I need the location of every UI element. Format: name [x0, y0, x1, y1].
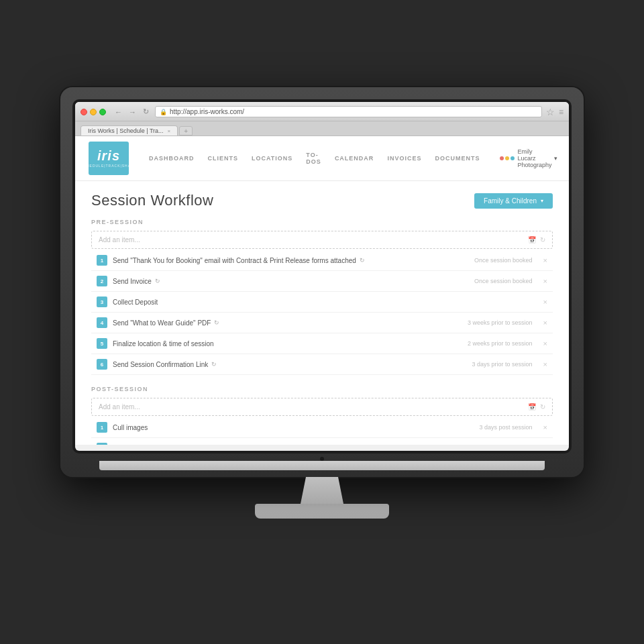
- calendar-icon[interactable]: 📅: [528, 403, 536, 411]
- stand-neck: [295, 477, 349, 504]
- item-timing: Once session booked: [474, 257, 533, 264]
- item-text: Finalize location & time of session: [113, 340, 462, 347]
- monitor-bezel: ← → ↻ 🔒 http://app.iris-works.com/ ☆ ≡ I…: [60, 87, 584, 477]
- repeat-icon[interactable]: ↻: [155, 278, 160, 284]
- post-session-add-bar[interactable]: Add an item... 📅 ↻: [91, 398, 553, 416]
- nav-clients[interactable]: CLIENTS: [208, 155, 239, 162]
- pre-session-section: PRE-SESSION Add an item... 📅 ↻ 1: [91, 219, 553, 375]
- item-number: 4: [97, 317, 107, 328]
- item-timing: 3 weeks prior to session: [468, 319, 533, 326]
- delete-button[interactable]: ×: [543, 277, 547, 285]
- delete-button[interactable]: ×: [543, 339, 547, 347]
- pre-item-2: 2 Send Invoice ↻ Once session booked ×: [91, 271, 553, 292]
- pre-session-add-bar[interactable]: Add an item... 📅 ↻: [91, 231, 553, 249]
- item-timing: Once session booked: [474, 278, 533, 284]
- nav-todos[interactable]: TO-DOS: [306, 152, 321, 165]
- delete-button[interactable]: ×: [543, 423, 547, 431]
- user-name: Emily Lucarz Photography: [517, 148, 551, 168]
- post-session-add-icons: 📅 ↻: [528, 403, 545, 411]
- item-number: 6: [97, 359, 107, 370]
- back-button[interactable]: ←: [113, 107, 124, 117]
- item-timing: 2 weeks prior to session: [468, 340, 533, 347]
- post-item-1: 1 Cull images 3 days post session ×: [91, 417, 553, 438]
- item-text: Send Session Confirmation Link ↻: [113, 361, 467, 368]
- repeat-icon[interactable]: ↻: [540, 403, 545, 411]
- main-content: Session Workflow Family & Children ▾ PRE…: [75, 181, 569, 445]
- close-button[interactable]: [80, 109, 87, 115]
- dropdown-arrow: ▾: [541, 198, 543, 204]
- repeat-icon[interactable]: ↻: [540, 236, 545, 244]
- category-dropdown[interactable]: Family & Children ▾: [474, 193, 553, 209]
- repeat-icon[interactable]: ↻: [360, 257, 365, 264]
- page-header: Session Workflow Family & Children ▾: [91, 192, 553, 209]
- forward-button[interactable]: →: [127, 107, 138, 117]
- pre-item-5: 5 Finalize location & time of session 2 …: [91, 333, 553, 354]
- stand-base: [255, 504, 389, 519]
- inner-bezel: ← → ↻ 🔒 http://app.iris-works.com/ ☆ ≡ I…: [72, 99, 572, 453]
- delete-button[interactable]: ×: [543, 256, 547, 264]
- pre-session-add-text: Add an item...: [99, 236, 140, 244]
- nav-calendar[interactable]: CALENDAR: [335, 155, 374, 162]
- tab-bar: Iris Works | Schedule | Tra... × +: [75, 121, 569, 136]
- item-timing: 3 days prior to session: [472, 361, 533, 368]
- refresh-button[interactable]: ↻: [141, 107, 151, 117]
- item-text: Share 1-4 images on Social Media sites: [113, 445, 474, 445]
- item-text: Cull images: [113, 424, 474, 431]
- delete-button[interactable]: ×: [543, 319, 547, 327]
- item-text: Send "What to Wear Guide" PDF ↻: [113, 319, 462, 327]
- user-dot: [511, 156, 515, 160]
- nav-invoices[interactable]: INVOICES: [387, 155, 421, 162]
- pre-session-label: PRE-SESSION: [91, 219, 553, 225]
- bookmark-icon[interactable]: ☆: [546, 107, 555, 117]
- item-text: Collect Deposit: [113, 299, 527, 306]
- user-section[interactable]: Emily Lucarz Photography ▾: [500, 148, 557, 168]
- item-number: 5: [97, 338, 107, 349]
- monitor: ← → ↻ 🔒 http://app.iris-works.com/ ☆ ≡ I…: [60, 87, 584, 530]
- post-session-section: POST-SESSION Add an item... 📅 ↻ 1: [91, 386, 553, 445]
- item-number: 3: [97, 297, 107, 307]
- logo-text: iris: [97, 149, 120, 162]
- user-dot: [505, 156, 509, 160]
- item-text: Send "Thank You for Booking" email with …: [113, 257, 469, 264]
- post-session-add-text: Add an item...: [99, 403, 140, 411]
- user-dot: [500, 156, 504, 160]
- delete-button[interactable]: ×: [543, 298, 547, 306]
- pre-item-4: 4 Send "What to Wear Guide" PDF ↻ 3 week…: [91, 313, 553, 333]
- pre-item-1: 1 Send "Thank You for Booking" email wit…: [91, 250, 553, 271]
- browser-nav: ← → ↻: [113, 107, 151, 117]
- browser-chrome: ← → ↻ 🔒 http://app.iris-works.com/ ☆ ≡: [75, 102, 569, 121]
- repeat-icon[interactable]: ↻: [214, 319, 219, 326]
- url-text: http://app.iris-works.com/: [170, 108, 244, 115]
- menu-icon[interactable]: ≡: [559, 107, 564, 117]
- page-title: Session Workflow: [91, 192, 213, 209]
- app-content: iris SCHEDULE|TRACK|SHARE DASHBOARD CLIE…: [75, 136, 569, 445]
- item-timing: 3 days post session: [480, 424, 533, 431]
- logo-sub: SCHEDULE|TRACK|SHARE: [80, 164, 137, 168]
- logo[interactable]: iris SCHEDULE|TRACK|SHARE: [89, 142, 129, 175]
- tab-close-button[interactable]: ×: [168, 128, 171, 134]
- active-tab[interactable]: Iris Works | Schedule | Tra... ×: [80, 125, 178, 136]
- traffic-lights: [80, 109, 106, 115]
- user-avatar-dots: [500, 156, 515, 160]
- delete-button[interactable]: ×: [543, 444, 547, 445]
- app-header: iris SCHEDULE|TRACK|SHARE DASHBOARD CLIE…: [75, 136, 569, 181]
- monitor-bottom: [99, 461, 545, 470]
- nav-dashboard[interactable]: DASHBOARD: [149, 155, 195, 162]
- delete-button[interactable]: ×: [543, 360, 547, 368]
- main-nav: DASHBOARD CLIENTS LOCATIONS TO-DOS CALEN…: [149, 152, 480, 165]
- item-number: 1: [97, 422, 107, 433]
- tab-title: Iris Works | Schedule | Tra...: [88, 127, 164, 134]
- user-menu-arrow[interactable]: ▾: [554, 155, 557, 162]
- item-number: 1: [97, 255, 107, 266]
- nav-documents[interactable]: DOCUMENTS: [435, 155, 480, 162]
- maximize-button[interactable]: [99, 109, 106, 115]
- minimize-button[interactable]: [90, 109, 97, 115]
- calendar-icon[interactable]: 📅: [528, 236, 536, 244]
- pre-item-6: 6 Send Session Confirmation Link ↻ 3 day…: [91, 354, 553, 375]
- new-tab-button[interactable]: +: [179, 126, 193, 136]
- address-bar[interactable]: 🔒 http://app.iris-works.com/: [155, 106, 542, 117]
- repeat-icon[interactable]: ↻: [211, 361, 217, 368]
- nav-locations[interactable]: LOCATIONS: [252, 155, 292, 162]
- post-session-label: POST-SESSION: [91, 386, 553, 392]
- item-number: 2: [97, 276, 107, 286]
